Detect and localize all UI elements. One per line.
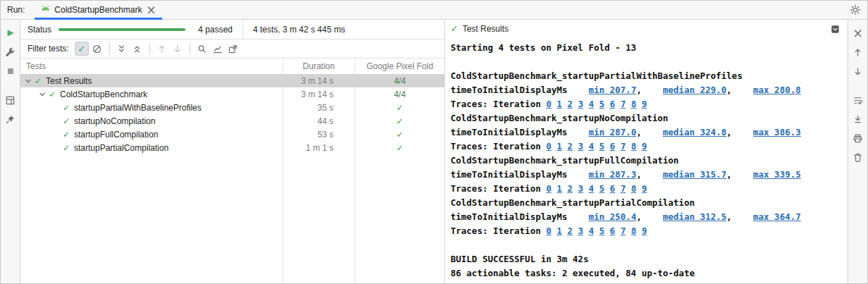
trace-iteration-link[interactable]: 1 [557, 99, 563, 109]
trace-iteration-link[interactable]: 9 [642, 183, 647, 194]
print-icon[interactable] [851, 131, 865, 145]
console-output[interactable]: Starting 4 tests on Pixel Fold - 13 Cold… [445, 38, 848, 283]
trace-iteration-link[interactable]: 4 [589, 183, 594, 194]
trace-iteration-link[interactable]: 5 [599, 183, 605, 194]
metric-min-link[interactable]: min 207.7 [589, 85, 637, 95]
console-line: ColdStartupBenchmark_startupPartialCompi… [451, 196, 842, 210]
trace-iteration-link[interactable]: 1 [557, 141, 563, 152]
close-console-icon[interactable]: × [851, 26, 865, 40]
metric-median-link[interactable]: median 312.5 [663, 211, 726, 222]
metric-median-link[interactable]: median 315.7 [663, 169, 726, 180]
trace-iteration-link[interactable]: 7 [621, 141, 626, 152]
trace-iteration-link[interactable]: 9 [642, 141, 647, 152]
search-tests-icon[interactable] [195, 42, 209, 56]
restore-layout-icon[interactable] [4, 93, 18, 107]
trace-iteration-link[interactable]: 6 [610, 99, 616, 109]
console-title: Test Results [463, 24, 508, 34]
column-header-duration[interactable]: Duration [283, 61, 355, 71]
tab-coldstartupbenchmark[interactable]: ColdStartupBenchmark × [35, 1, 162, 19]
trace-iteration-link[interactable]: 4 [589, 226, 594, 236]
trace-iteration-link[interactable]: 5 [599, 141, 605, 152]
console-line: ColdStartupBenchmark_startupPartialWithB… [451, 69, 842, 83]
trace-iteration-link[interactable]: 7 [621, 99, 626, 109]
trace-iteration-link[interactable]: 3 [578, 99, 584, 109]
trace-iteration-link[interactable]: 8 [631, 99, 637, 109]
trace-iteration-link[interactable]: 3 [578, 141, 584, 152]
table-row[interactable]: ✓Test Results3 m 14 s4/4 [20, 74, 444, 87]
tool-window-settings-icon[interactable] [848, 3, 862, 17]
metric-min-link[interactable]: min 250.4 [589, 211, 637, 222]
trace-iteration-link[interactable]: 9 [642, 226, 647, 236]
show-passed-icon[interactable]: ✓ [75, 42, 89, 56]
trace-iteration-link[interactable]: 8 [631, 183, 637, 194]
metric-max-link[interactable]: max 364.7 [753, 211, 801, 222]
trace-iteration-link[interactable]: 8 [631, 141, 637, 152]
trace-iteration-link[interactable]: 0 [546, 141, 551, 152]
trace-iteration-link[interactable]: 3 [578, 183, 584, 194]
table-row[interactable]: ✓startupPartialWithBaselineProfiles35 s✓ [20, 101, 444, 114]
column-header-tests[interactable]: Tests [20, 61, 283, 71]
expand-console-icon[interactable] [828, 22, 842, 36]
trace-iteration-link[interactable]: 2 [568, 99, 573, 109]
metric-median-link[interactable]: median 324.8 [663, 127, 726, 137]
metric-max-link[interactable]: max 280.8 [753, 85, 801, 95]
trace-iteration-link[interactable]: 8 [631, 226, 637, 236]
indent-spacer [51, 103, 61, 113]
trace-iteration-link[interactable]: 2 [568, 226, 573, 236]
expand-all-icon[interactable] [115, 42, 129, 56]
trace-iteration-link[interactable]: 7 [621, 183, 626, 194]
metric-max-link[interactable]: max 386.3 [753, 127, 801, 137]
pin-tab-icon[interactable] [4, 112, 18, 126]
trace-iteration-link[interactable]: 2 [568, 183, 573, 194]
trace-iteration-link[interactable]: 6 [610, 183, 616, 194]
table-header: Tests Duration Google Pixel Fold [20, 58, 444, 74]
trace-iteration-link[interactable]: 4 [589, 99, 594, 109]
table-row[interactable]: ✓startupNoCompilation44 s✓ [20, 114, 444, 128]
trace-iteration-link[interactable]: 1 [557, 183, 563, 194]
trace-iteration-link[interactable]: 0 [546, 183, 551, 194]
scroll-down-icon[interactable] [851, 64, 865, 78]
trace-iteration-link[interactable]: 0 [546, 99, 551, 109]
table-row[interactable]: ✓startupFullCompilation53 s✓ [20, 128, 444, 141]
console-line: Traces: Iteration 0 1 2 3 4 5 6 7 8 9 [451, 224, 842, 238]
scroll-to-end-icon[interactable] [851, 112, 865, 126]
table-row[interactable]: ✓startupPartialCompilation1 m 1 s✓ [20, 141, 444, 154]
trace-iteration-link[interactable]: 0 [546, 226, 551, 236]
trace-iteration-link[interactable]: 5 [599, 226, 605, 236]
trace-iteration-link[interactable]: 7 [621, 226, 626, 236]
table-row[interactable]: ✓ColdStartupBenchmark3 m 14 s4/4 [20, 87, 444, 101]
trace-iteration-link[interactable]: 4 [589, 141, 594, 152]
metric-min-link[interactable]: min 287.3 [589, 169, 637, 180]
trace-iteration-link[interactable]: 6 [610, 226, 616, 236]
test-settings-icon[interactable] [4, 45, 18, 59]
chevron-down-icon[interactable] [37, 89, 47, 99]
collapse-all-icon[interactable] [130, 42, 145, 56]
console-toolbar: × [848, 20, 867, 283]
run-label: Run: [7, 5, 25, 15]
pass-count: 4/4 [394, 89, 406, 99]
tab-title: ColdStartupBenchmark [54, 5, 142, 15]
trace-iteration-link[interactable]: 6 [610, 141, 616, 152]
trace-iteration-link[interactable]: 9 [642, 99, 647, 109]
chevron-down-icon[interactable] [23, 76, 33, 86]
rerun-tests-icon[interactable] [4, 26, 18, 40]
clear-console-icon[interactable] [851, 150, 865, 164]
column-header-device[interactable]: Google Pixel Fold [355, 61, 444, 71]
import-results-icon[interactable] [211, 42, 225, 56]
test-name: Test Results [46, 76, 92, 86]
tab-close-icon[interactable]: × [145, 4, 157, 16]
show-ignored-icon[interactable] [90, 42, 104, 56]
test-passed-icon: ✓ [33, 76, 43, 86]
soft-wrap-icon[interactable] [851, 93, 865, 107]
metric-median-link[interactable]: median 229.0 [663, 85, 726, 95]
console-line: Starting 4 tests on Pixel Fold - 13 [451, 41, 842, 55]
export-results-icon[interactable] [226, 42, 240, 56]
trace-iteration-link[interactable]: 1 [557, 226, 563, 236]
trace-iteration-link[interactable]: 5 [599, 99, 605, 109]
console-line: timeToInitialDisplayMs min 250.4, median… [451, 210, 842, 224]
metric-min-link[interactable]: min 287.0 [589, 127, 637, 137]
trace-iteration-link[interactable]: 2 [568, 141, 573, 152]
scroll-up-icon[interactable] [851, 45, 865, 59]
metric-max-link[interactable]: max 339.5 [753, 169, 801, 180]
trace-iteration-link[interactable]: 3 [578, 226, 584, 236]
